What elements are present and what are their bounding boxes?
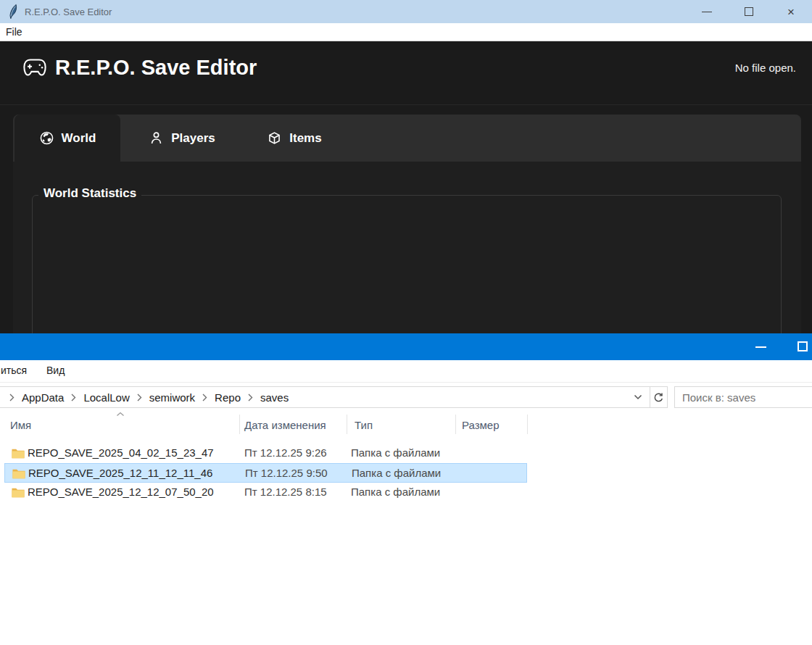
tab-label: Items <box>289 131 321 146</box>
refresh-button[interactable] <box>650 386 668 408</box>
explorer-titlebar[interactable] <box>0 333 812 360</box>
search-box <box>674 386 812 408</box>
minimize-icon <box>702 12 712 12</box>
column-type[interactable]: Тип <box>355 419 373 431</box>
window-controls: × <box>686 0 812 23</box>
file-name: REPO_SAVE_2025_04_02_15_23_47 <box>28 446 214 459</box>
menubar: File <box>0 23 812 41</box>
breadcrumb-item-semiwork[interactable]: semiwork <box>149 391 195 404</box>
feather-icon <box>7 4 19 20</box>
items-icon <box>267 130 282 146</box>
app-title: R.E.P.O. Save Editor <box>55 56 257 80</box>
file-date: Пт 12.12.25 8:15 <box>244 486 327 498</box>
file-explorer-window: иться Вид AppData LocalLow semiwork Repo… <box>0 333 812 645</box>
breadcrumb-chevron-icon <box>137 394 142 401</box>
sort-asc-icon <box>116 412 125 417</box>
app-header: R.E.P.O. Save Editor No file open. <box>0 41 812 105</box>
breadcrumb-item-appdata[interactable]: AppData <box>22 391 64 404</box>
file-rows: REPO_SAVE_2025_04_02_15_23_47 Пт 12.12.2… <box>4 444 527 502</box>
breadcrumb-chevron-icon <box>248 394 253 401</box>
breadcrumb-item-locallow[interactable]: LocalLow <box>83 391 129 404</box>
address-bar[interactable]: AppData LocalLow semiwork Repo saves <box>0 386 650 408</box>
tab-world[interactable]: World <box>14 115 120 162</box>
breadcrumb-item-repo[interactable]: Repo <box>215 391 241 404</box>
close-icon: × <box>787 6 795 18</box>
section-title: World Statistics <box>38 186 141 201</box>
breadcrumb-item-saves[interactable]: saves <box>260 391 289 404</box>
world-tab-panel: World Statistics <box>13 162 801 333</box>
table-row[interactable]: REPO_SAVE_2025_04_02_15_23_47 Пт 12.12.2… <box>4 444 527 463</box>
refresh-icon <box>653 392 664 403</box>
search-input[interactable] <box>675 387 812 407</box>
explorer-minimize-button[interactable] <box>755 346 766 348</box>
tab-label: Players <box>171 131 215 146</box>
column-name[interactable]: Имя <box>10 419 31 431</box>
breadcrumb-chevron-icon <box>9 394 14 401</box>
column-divider[interactable] <box>527 415 528 434</box>
breadcrumb-chevron-icon <box>202 394 207 401</box>
minimize-button[interactable] <box>686 0 728 23</box>
column-date-modified[interactable]: Дата изменения <box>244 419 326 431</box>
column-divider[interactable] <box>239 415 240 434</box>
explorer-ribbon: иться Вид <box>0 360 812 383</box>
tabstrip: World Players Items <box>13 115 801 162</box>
folder-icon <box>12 448 25 459</box>
table-row-selected[interactable]: REPO_SAVE_2025_12_11_12_11_46 Пт 12.12.2… <box>4 463 527 483</box>
table-row[interactable]: REPO_SAVE_2025_12_12_07_50_20 Пт 12.12.2… <box>4 483 527 502</box>
folder-icon <box>12 468 25 479</box>
maximize-button[interactable] <box>728 0 770 23</box>
players-icon <box>149 130 164 146</box>
file-status: No file open. <box>735 62 796 74</box>
file-name: REPO_SAVE_2025_12_12_07_50_20 <box>28 486 214 498</box>
address-toolbar: AppData LocalLow semiwork Repo saves <box>0 383 812 411</box>
file-date: Пт 12.12.25 9:50 <box>245 467 328 479</box>
column-header-row: Имя Дата изменения Тип Размер <box>0 411 812 437</box>
tab-label: World <box>62 131 96 146</box>
column-divider[interactable] <box>347 415 347 434</box>
tab-items[interactable]: Items <box>244 115 345 162</box>
menu-file[interactable]: File <box>0 26 28 38</box>
breadcrumb-chevron-icon <box>71 394 76 401</box>
tab-players[interactable]: Players <box>120 115 244 162</box>
breadcrumb: AppData LocalLow semiwork Repo saves <box>0 391 634 404</box>
folder-icon <box>12 487 25 498</box>
explorer-maximize-button[interactable] <box>798 341 808 351</box>
ribbon-tab-share[interactable]: иться <box>1 365 27 376</box>
editor-window-titlebar[interactable]: R.E.P.O. Save Editor × <box>0 0 812 23</box>
file-name: REPO_SAVE_2025_12_11_12_11_46 <box>28 467 212 479</box>
file-type: Папка с файлами <box>352 467 441 479</box>
globe-icon <box>39 130 54 146</box>
column-size[interactable]: Размер <box>462 419 500 431</box>
window-title: R.E.P.O. Save Editor <box>25 7 112 17</box>
chevron-down-icon <box>634 394 642 400</box>
maximize-icon <box>745 7 753 16</box>
file-date: Пт 12.12.25 9:26 <box>244 446 327 459</box>
close-button[interactable]: × <box>770 0 812 23</box>
file-list: Имя Дата изменения Тип Размер REPO_SAVE_… <box>0 411 812 645</box>
file-type: Папка с файлами <box>351 486 440 498</box>
address-dropdown-button[interactable] <box>634 394 642 400</box>
world-statistics-group: World Statistics <box>32 195 782 333</box>
ribbon-tab-view[interactable]: Вид <box>46 365 65 376</box>
screen: R.E.P.O. Save Editor × File R.E.P.O. Sav… <box>0 0 812 645</box>
gamepad-icon <box>22 57 48 78</box>
save-editor-app: R.E.P.O. Save Editor No file open. World… <box>0 41 812 333</box>
file-type: Папка с файлами <box>351 446 440 459</box>
column-divider[interactable] <box>455 415 456 434</box>
